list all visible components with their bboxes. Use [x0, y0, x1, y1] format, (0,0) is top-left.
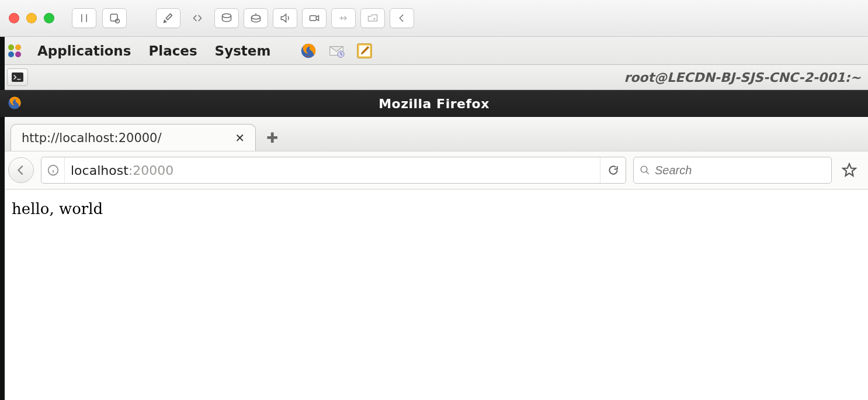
- bookmark-button[interactable]: [839, 160, 860, 181]
- address-host: localhost: [71, 163, 129, 178]
- svg-point-8: [15, 51, 21, 57]
- tab-close-icon[interactable]: ✕: [235, 131, 245, 145]
- shared-folder-icon[interactable]: [360, 8, 385, 28]
- menu-applications[interactable]: Applications: [33, 41, 136, 61]
- address-text[interactable]: localhost:20000: [65, 163, 600, 178]
- usb-icon[interactable]: [331, 8, 356, 28]
- snapshot-button[interactable]: [102, 8, 127, 28]
- svg-point-5: [8, 44, 14, 50]
- site-info-icon[interactable]: [41, 157, 65, 183]
- cd-icon[interactable]: [244, 8, 268, 28]
- svg-point-16: [641, 166, 647, 173]
- distro-logo-icon[interactable]: [5, 41, 25, 61]
- pause-button[interactable]: [72, 8, 96, 28]
- menu-system[interactable]: System: [210, 41, 276, 61]
- svg-rect-0: [110, 14, 117, 21]
- firefox-navbar: localhost:20000: [0, 151, 868, 189]
- resize-icon[interactable]: [185, 8, 210, 28]
- svg-point-6: [15, 44, 21, 50]
- active-window-title: root@LECDN-BJ-SJS-CNC-2-001:~: [624, 70, 861, 85]
- page-body-text: hello, world: [12, 200, 103, 218]
- browser-tab-label: http://localhost:20000/: [22, 131, 162, 145]
- page-content: hello, world: [0, 189, 868, 228]
- menu-places[interactable]: Places: [144, 41, 202, 61]
- new-tab-button[interactable]: ✚: [261, 126, 284, 150]
- firefox-titlebar-icon: [7, 95, 23, 112]
- svg-point-7: [8, 51, 14, 57]
- search-bar[interactable]: [633, 157, 832, 184]
- firefox-launcher-icon[interactable]: [298, 41, 318, 61]
- firefox-window-title: Mozilla Firefox: [379, 96, 489, 111]
- reload-button[interactable]: [600, 157, 626, 183]
- traffic-lights: [9, 13, 54, 23]
- search-icon: [640, 165, 650, 175]
- terminal-task-button[interactable]: [7, 68, 28, 86]
- search-input[interactable]: [655, 164, 825, 177]
- plus-icon: ✚: [266, 130, 278, 146]
- chevron-left-icon[interactable]: [390, 8, 414, 28]
- svg-point-3: [252, 15, 261, 19]
- address-port: :20000: [129, 163, 173, 178]
- svg-rect-13: [12, 73, 23, 82]
- svg-rect-4: [310, 16, 317, 20]
- window-minimize-button[interactable]: [26, 13, 37, 23]
- svg-point-2: [223, 14, 231, 18]
- settings-icon[interactable]: [156, 8, 180, 28]
- back-button[interactable]: [8, 157, 34, 183]
- mail-launcher-icon[interactable]: [327, 41, 346, 61]
- disk-icon[interactable]: [214, 8, 239, 28]
- window-list-bar: root@LECDN-BJ-SJS-CNC-2-001:~: [0, 65, 868, 90]
- mac-titlebar: [0, 0, 868, 37]
- browser-tab[interactable]: http://localhost:20000/ ✕: [11, 124, 256, 151]
- text-editor-launcher-icon[interactable]: [355, 41, 374, 61]
- camera-icon[interactable]: [302, 8, 327, 28]
- window-zoom-button[interactable]: [44, 13, 54, 23]
- vm-toolbar: [156, 8, 414, 28]
- gnome-panel: Applications Places System: [0, 37, 868, 65]
- firefox-titlebar[interactable]: Mozilla Firefox: [0, 90, 868, 117]
- sound-icon[interactable]: [273, 8, 297, 28]
- firefox-tabbar: http://localhost:20000/ ✕ ✚: [0, 117, 868, 151]
- window-close-button[interactable]: [9, 13, 19, 23]
- address-bar[interactable]: localhost:20000: [41, 157, 626, 184]
